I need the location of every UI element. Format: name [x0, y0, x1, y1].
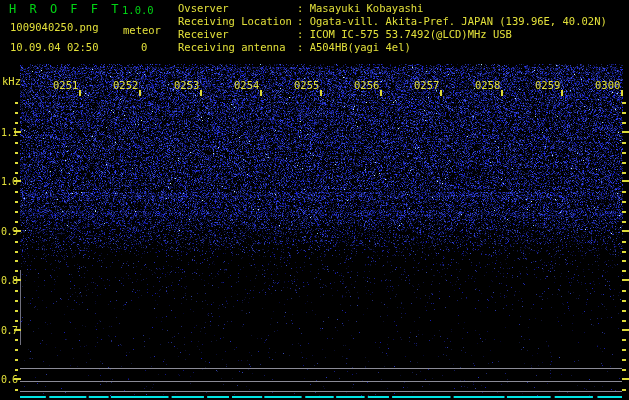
info-colon: :: [297, 41, 310, 53]
info-value: A504HB(yagi 4el): [310, 41, 411, 53]
time-tick-label: 0251: [53, 79, 78, 91]
info-colon: :: [297, 2, 310, 14]
freq-tick-label: 0.7: [1, 325, 18, 336]
app-title: H R O F F T: [9, 2, 121, 16]
time-tick-label: 0256: [354, 79, 379, 91]
mode-label: meteor: [123, 24, 161, 36]
info-label: Receiving antenna: [178, 41, 297, 54]
info-label: Receiver: [178, 28, 297, 41]
output-filename: 1009040250.png: [10, 21, 99, 33]
info-value: ICOM IC-575 53.7492(@LCD)MHz USB: [310, 28, 512, 40]
app-version: 1.0.0: [122, 4, 154, 16]
info-value: Masayuki Kobayashi: [310, 2, 424, 14]
info-row: Receiving antenna: A504HB(yagi 4el): [178, 41, 607, 54]
time-tick-label: 0255: [294, 79, 319, 91]
station-info: Ovserver: Masayuki KobayashiReceiving Lo…: [178, 2, 607, 54]
time-tick-label: 0257: [414, 79, 439, 91]
freq-tick-label: 0.6: [1, 374, 18, 385]
time-tick-label: 0254: [234, 79, 259, 91]
info-colon: :: [297, 15, 310, 27]
time-tick-label: 0253: [174, 79, 199, 91]
info-row: Receiver: ICOM IC-575 53.7492(@LCD)MHz U…: [178, 28, 607, 41]
timestamp: 10.09.04 02:50: [10, 41, 99, 53]
freq-axis-unit: kHz: [2, 75, 21, 87]
info-value: Ogata-vill. Akita-Pref. JAPAN (139.96E, …: [310, 15, 607, 27]
meteor-count: 0: [141, 41, 147, 53]
info-row: Ovserver: Masayuki Kobayashi: [178, 2, 607, 15]
time-tick-label: 0300: [595, 79, 620, 91]
hrofft-window: H R O F F T 1.0.0 1009040250.png meteor …: [0, 0, 629, 400]
freq-tick-label: 0.9: [1, 226, 18, 237]
info-colon: :: [297, 28, 310, 40]
freq-tick-label: 1.1: [1, 127, 18, 138]
info-label: Ovserver: [178, 2, 297, 15]
time-tick-label: 0259: [535, 79, 560, 91]
freq-tick-label: 1.0: [1, 176, 18, 187]
freq-tick-label: 0.8: [1, 275, 18, 286]
time-tick-label: 0258: [475, 79, 500, 91]
info-row: Receiving Location: Ogata-vill. Akita-Pr…: [178, 15, 607, 28]
info-label: Receiving Location: [178, 15, 297, 28]
time-tick-label: 0252: [113, 79, 138, 91]
spectrogram-canvas: [0, 0, 629, 400]
